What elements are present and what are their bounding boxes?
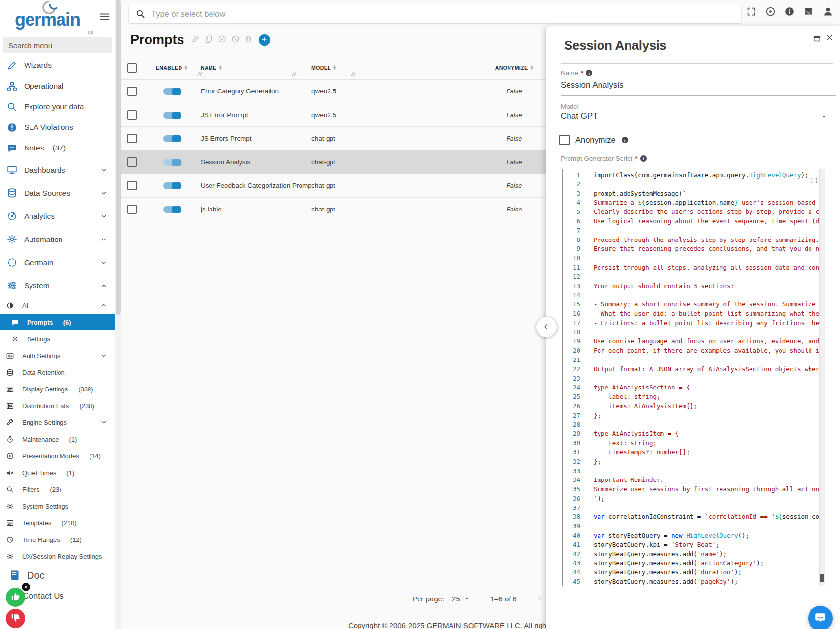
sort-icon[interactable]: ▲▼ [184,65,187,70]
column-resize-handle[interactable]: // [292,71,296,77]
sidebar-item-system[interactable]: System [0,274,115,297]
sidebar-item-doc[interactable]: Doc [0,565,115,586]
panel-collapse-button[interactable] [536,317,557,337]
sidebar-item-display-settings[interactable]: Display Settings(339) [0,381,115,397]
model-dropdown-caret-icon[interactable] [821,113,827,120]
column-header-enabled[interactable]: ENABLED▲▼ [143,65,201,71]
code-line[interactable]: 40var storyBeatQuery = new HighLevelQuer… [563,531,820,540]
column-header-name[interactable]: NAME▲▼ [201,65,311,71]
row-checkbox[interactable] [127,205,137,214]
per-page-select[interactable]: 25 [452,595,470,603]
code-line[interactable]: 28 [563,420,820,430]
sidebar-item-wizards[interactable]: Wizards [0,55,115,76]
sidebar-item-dashboards[interactable]: Dashboards [0,158,115,181]
code-line[interactable]: 29type AiAnalysisItem = { [563,429,820,439]
code-line[interactable]: 18 [563,328,820,337]
sort-icon[interactable]: ▲▼ [530,65,533,70]
sidebar-item-explore-your-data[interactable]: Explore your data [0,96,115,117]
sidebar-item-quiet-times[interactable]: Quiet Times(1) [0,464,115,481]
code-line[interactable]: 44storyBeatQuery.measures.add('duration'… [563,568,820,577]
enabled-toggle[interactable] [163,88,180,95]
sidebar-item-maintenance[interactable]: Maintenance(1) [0,431,115,448]
sidebar-item-operational[interactable]: Operational [0,76,115,96]
sidebar-item-data-retention[interactable]: Data Retention [0,364,115,381]
sidebar-item-prompts[interactable]: Prompts(6) [0,314,115,330]
row-checkbox[interactable] [127,87,137,96]
code-line[interactable]: 35Summarize user sessions by first reaso… [563,485,820,494]
code-line[interactable]: 37 [563,504,820,513]
row-checkbox[interactable] [127,157,137,167]
enabled-toggle[interactable] [163,112,180,119]
code-line[interactable]: 34Important Reminder: [563,476,820,485]
previous-page-button[interactable] [536,594,544,603]
code-line[interactable]: 8Proceed through the analysis step-by-st… [563,236,820,245]
trash-button[interactable] [243,34,254,45]
code-line[interactable]: 21 [563,356,820,365]
prompt-generator-script-editor[interactable]: 1importClass(com.germainsoftware.apm.que… [562,169,825,586]
sidebar-item-auth-settings[interactable]: Auth Settings [0,347,115,364]
code-line[interactable]: 1importClass(com.germainsoftware.apm.que… [563,171,820,180]
row-checkbox[interactable] [127,134,137,143]
sidebar-item-system-settings[interactable]: System Settings [0,498,115,514]
code-line[interactable]: 33 [563,467,820,476]
person-button[interactable] [822,7,833,18]
sidebar-item-templates[interactable]: Templates(210) [0,514,115,531]
code-line[interactable]: 15- Summary: a short concise summary of … [563,300,820,309]
row-checkbox[interactable] [127,110,137,120]
code-line[interactable]: 17- Frictions: a bullet point list descr… [563,319,820,328]
hamburger-menu-button[interactable] [99,11,111,24]
copy-button[interactable] [204,34,214,45]
code-line[interactable]: 2 [563,180,820,189]
code-line[interactable]: 19Use concise language and focus on user… [563,337,820,346]
code-line[interactable]: 25 label: string; [563,392,820,402]
panel-close-button[interactable] [825,33,834,43]
code-line[interactable]: 43storyBeatQuery.measures.add('actionCat… [563,559,820,568]
code-line[interactable]: 4Summarize a ${session.application.name}… [563,198,820,208]
global-search-input[interactable] [150,9,734,19]
code-line[interactable]: 12 [563,272,820,282]
sidebar-search-input[interactable] [3,37,112,53]
code-line[interactable]: 26 items: AiAnalysisItem[]; [563,402,820,411]
pencil-button[interactable] [190,34,201,45]
brand-logo[interactable]: germain ux [15,4,89,32]
add-prompt-button[interactable] [259,34,270,46]
sidebar-item-ux-session-replay-settings[interactable]: UX/Session Replay Settings [0,548,115,565]
sidebar-item-ai[interactable]: AI [0,297,115,314]
info-circle-button[interactable] [784,7,795,18]
code-line[interactable]: 31 timestamps?: number[]; [563,448,820,457]
code-line[interactable]: 42storyBeatQuery.measures.add('name'); [563,550,820,559]
anonymize-checkbox[interactable] [559,135,570,145]
code-line[interactable]: 41storyBeatQuery.kpi = 'Story Beat'; [563,540,820,550]
code-line[interactable]: 20For each point, if there are examples … [563,346,820,356]
fullscreen-button[interactable] [746,7,756,18]
code-line[interactable]: 30 text: string; [563,439,820,448]
feedback-thumbs-up-button[interactable] [6,588,25,607]
editor-scrollbar[interactable] [819,169,825,586]
sidebar-item-sla-violations[interactable]: SLA Violations [0,117,115,138]
sidebar-item-automation[interactable]: Automation [0,228,115,251]
sidebar-item-filters[interactable]: Filters(23) [0,481,115,498]
code-line[interactable]: 27}; [563,411,820,420]
sidebar-item-distribution-lists[interactable]: Distribution Lists(238) [0,397,115,414]
model-field-value[interactable]: Chat GPT [561,111,598,121]
code-line[interactable]: 36`); [563,494,820,504]
feedback-thumbs-down-button[interactable] [6,609,25,628]
code-line[interactable]: 23 [563,374,820,384]
column-header-anonymize[interactable]: ANONYMIZE▲▼ [474,65,555,71]
sidebar-item-data-sources[interactable]: Data Sources [0,181,115,205]
column-header-model[interactable]: MODEL▲▼ [311,65,474,71]
play-circle-button[interactable] [765,7,776,18]
sort-icon[interactable]: ▲▼ [219,65,222,70]
code-line[interactable]: 14 [563,291,820,300]
panel-restore-button[interactable] [813,34,821,44]
editor-expand-button[interactable] [810,177,818,186]
code-line[interactable]: 38var correlationIdConstraint = `correla… [563,512,820,522]
sidebar-item-time-ranges[interactable]: Time Ranges(12) [0,531,115,548]
code-line[interactable]: 9Ensure that reasoning precedes conclusi… [563,244,820,254]
row-checkbox[interactable] [127,181,137,190]
scrollbar-thumb[interactable] [116,0,121,315]
code-line[interactable]: 16- What the user did: a bullet point li… [563,309,820,319]
feedback-dismiss-button[interactable] [22,583,30,591]
sidebar-item-settings[interactable]: Settings [0,330,115,347]
inbox-button[interactable] [803,7,814,18]
